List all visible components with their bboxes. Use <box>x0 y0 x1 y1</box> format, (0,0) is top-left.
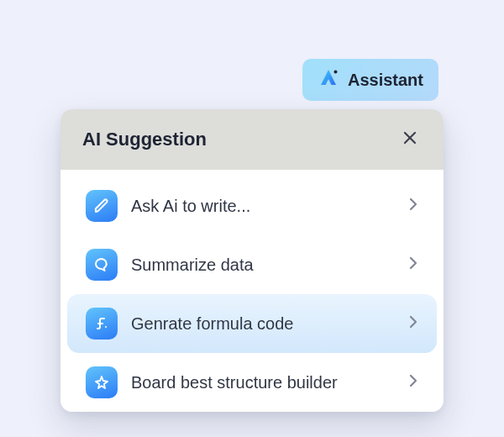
assistant-chip-label: Assistant <box>348 71 423 90</box>
suggestion-item-board-builder[interactable]: Board best structure builder <box>67 353 437 412</box>
svg-point-3 <box>105 326 107 328</box>
assistant-logo-icon <box>318 67 339 92</box>
chevron-right-icon <box>408 373 418 392</box>
suggestion-item-write[interactable]: Ask Ai to write... <box>67 176 437 235</box>
suggestion-list: Ask Ai to write... Summarize data <box>60 170 444 412</box>
suggestion-item-label: Summarize data <box>131 255 395 275</box>
pencil-icon <box>86 190 118 222</box>
close-button[interactable] <box>398 128 422 151</box>
close-icon <box>402 130 417 149</box>
panel-header: AI Suggestion <box>60 109 444 170</box>
suggestion-item-label: Ask Ai to write... <box>131 197 395 216</box>
formula-icon <box>86 308 118 340</box>
chevron-right-icon <box>408 314 418 333</box>
suggestion-item-summarize[interactable]: Summarize data <box>67 235 437 294</box>
chevron-right-icon <box>408 255 418 274</box>
ai-suggestion-panel: AI Suggestion Ask Ai to write... <box>60 109 444 412</box>
svg-point-0 <box>333 71 337 74</box>
chat-icon <box>86 249 118 281</box>
suggestion-item-formula[interactable]: Genrate formula code <box>67 294 437 353</box>
sparkle-icon <box>86 366 118 398</box>
suggestion-item-label: Board best structure builder <box>131 373 395 392</box>
panel-title: AI Suggestion <box>82 129 207 150</box>
chevron-right-icon <box>408 197 418 215</box>
suggestion-item-label: Genrate formula code <box>131 314 395 334</box>
assistant-chip[interactable]: Assistant <box>302 59 438 101</box>
